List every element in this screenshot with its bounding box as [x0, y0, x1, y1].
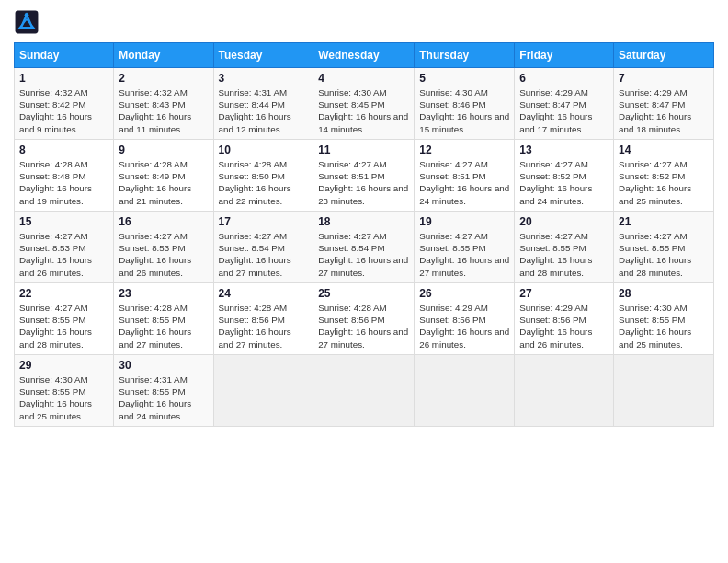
day-info: Sunrise: 4:27 AMSunset: 8:54 PMDaylight:…: [219, 231, 291, 278]
day-number: 1: [19, 72, 108, 85]
col-header-sunday: Sunday: [15, 43, 114, 68]
day-info: Sunrise: 4:27 AMSunset: 8:55 PMDaylight:…: [619, 231, 691, 278]
day-info: Sunrise: 4:27 AMSunset: 8:52 PMDaylight:…: [519, 159, 592, 206]
day-info: Sunrise: 4:28 AMSunset: 8:56 PMDaylight:…: [219, 303, 291, 350]
day-info: Sunrise: 4:32 AMSunset: 8:42 PMDaylight:…: [19, 87, 92, 134]
day-number: 14: [619, 144, 709, 156]
svg-point-3: [25, 13, 29, 17]
day-info: Sunrise: 4:27 AMSunset: 8:54 PMDaylight:…: [318, 231, 408, 278]
day-cell: 2 Sunrise: 4:32 AMSunset: 8:43 PMDayligh…: [114, 68, 213, 140]
col-header-monday: Monday: [114, 43, 213, 68]
day-cell: 18 Sunrise: 4:27 AMSunset: 8:54 PMDaylig…: [313, 212, 415, 283]
day-number: 30: [119, 359, 208, 372]
day-number: 26: [419, 287, 509, 300]
day-cell: 12 Sunrise: 4:27 AMSunset: 8:51 PMDaylig…: [415, 140, 515, 212]
day-info: Sunrise: 4:31 AMSunset: 8:44 PMDaylight:…: [219, 87, 291, 134]
day-cell: 29 Sunrise: 4:30 AMSunset: 8:55 PMDaylig…: [15, 355, 114, 427]
day-info: Sunrise: 4:28 AMSunset: 8:49 PMDaylight:…: [119, 159, 191, 206]
day-info: Sunrise: 4:32 AMSunset: 8:43 PMDaylight:…: [119, 87, 191, 134]
day-info: Sunrise: 4:27 AMSunset: 8:55 PMDaylight:…: [19, 303, 92, 350]
day-number: 3: [219, 72, 309, 85]
day-info: Sunrise: 4:29 AMSunset: 8:47 PMDaylight:…: [519, 87, 592, 134]
col-header-tuesday: Tuesday: [213, 43, 313, 68]
day-cell: 13 Sunrise: 4:27 AMSunset: 8:52 PMDaylig…: [515, 140, 614, 212]
day-cell: 8 Sunrise: 4:28 AMSunset: 8:48 PMDayligh…: [15, 140, 114, 212]
day-number: 29: [19, 359, 108, 372]
day-info: Sunrise: 4:27 AMSunset: 8:55 PMDaylight:…: [419, 231, 509, 278]
col-header-saturday: Saturday: [614, 43, 714, 68]
day-number: 13: [519, 144, 609, 156]
header: [14, 9, 714, 35]
day-number: 22: [19, 287, 108, 300]
day-info: Sunrise: 4:28 AMSunset: 8:56 PMDaylight:…: [318, 303, 408, 350]
day-number: 2: [119, 72, 208, 85]
day-cell: 20 Sunrise: 4:27 AMSunset: 8:55 PMDaylig…: [515, 212, 614, 283]
day-info: Sunrise: 4:27 AMSunset: 8:51 PMDaylight:…: [318, 159, 408, 206]
day-number: 28: [619, 287, 709, 300]
calendar-table: SundayMondayTuesdayWednesdayThursdayFrid…: [14, 42, 714, 427]
day-cell: 24 Sunrise: 4:28 AMSunset: 8:56 PMDaylig…: [213, 283, 313, 355]
day-info: Sunrise: 4:30 AMSunset: 8:55 PMDaylight:…: [19, 374, 92, 421]
day-cell: [614, 355, 714, 427]
day-cell: 9 Sunrise: 4:28 AMSunset: 8:49 PMDayligh…: [114, 140, 213, 212]
week-row-1: 1 Sunrise: 4:32 AMSunset: 8:42 PMDayligh…: [15, 68, 714, 140]
day-number: 20: [519, 215, 609, 228]
day-number: 7: [619, 72, 709, 85]
day-cell: [515, 355, 614, 427]
day-cell: 27 Sunrise: 4:29 AMSunset: 8:56 PMDaylig…: [515, 283, 614, 355]
day-number: 15: [19, 215, 108, 228]
day-number: 8: [19, 144, 108, 156]
day-cell: 4 Sunrise: 4:30 AMSunset: 8:45 PMDayligh…: [313, 68, 415, 140]
day-number: 11: [318, 144, 409, 156]
day-cell: 19 Sunrise: 4:27 AMSunset: 8:55 PMDaylig…: [415, 212, 515, 283]
day-info: Sunrise: 4:29 AMSunset: 8:47 PMDaylight:…: [619, 87, 691, 134]
day-number: 18: [318, 215, 409, 228]
day-info: Sunrise: 4:28 AMSunset: 8:50 PMDaylight:…: [219, 159, 291, 206]
day-cell: 7 Sunrise: 4:29 AMSunset: 8:47 PMDayligh…: [614, 68, 714, 140]
page: SundayMondayTuesdayWednesdayThursdayFrid…: [0, 0, 728, 563]
day-number: 12: [419, 144, 509, 156]
day-cell: 23 Sunrise: 4:28 AMSunset: 8:55 PMDaylig…: [114, 283, 213, 355]
col-header-wednesday: Wednesday: [313, 43, 415, 68]
day-info: Sunrise: 4:29 AMSunset: 8:56 PMDaylight:…: [519, 303, 592, 350]
day-cell: 21 Sunrise: 4:27 AMSunset: 8:55 PMDaylig…: [614, 212, 714, 283]
day-number: 5: [419, 72, 509, 85]
day-cell: 17 Sunrise: 4:27 AMSunset: 8:54 PMDaylig…: [213, 212, 313, 283]
day-cell: 5 Sunrise: 4:30 AMSunset: 8:46 PMDayligh…: [415, 68, 515, 140]
day-cell: 3 Sunrise: 4:31 AMSunset: 8:44 PMDayligh…: [213, 68, 313, 140]
week-row-5: 29 Sunrise: 4:30 AMSunset: 8:55 PMDaylig…: [15, 355, 714, 427]
day-cell: 26 Sunrise: 4:29 AMSunset: 8:56 PMDaylig…: [415, 283, 515, 355]
day-cell: [313, 355, 415, 427]
day-number: 25: [318, 287, 409, 300]
day-number: 24: [219, 287, 309, 300]
day-number: 19: [419, 215, 509, 228]
logo: [14, 9, 43, 35]
day-number: 27: [519, 287, 609, 300]
day-cell: 16 Sunrise: 4:27 AMSunset: 8:53 PMDaylig…: [114, 212, 213, 283]
day-info: Sunrise: 4:28 AMSunset: 8:55 PMDaylight:…: [119, 303, 191, 350]
day-info: Sunrise: 4:30 AMSunset: 8:45 PMDaylight:…: [318, 87, 408, 134]
day-cell: 28 Sunrise: 4:30 AMSunset: 8:55 PMDaylig…: [614, 283, 714, 355]
col-header-thursday: Thursday: [415, 43, 515, 68]
day-number: 23: [119, 287, 208, 300]
day-info: Sunrise: 4:27 AMSunset: 8:51 PMDaylight:…: [419, 159, 509, 206]
week-row-4: 22 Sunrise: 4:27 AMSunset: 8:55 PMDaylig…: [15, 283, 714, 355]
day-info: Sunrise: 4:30 AMSunset: 8:55 PMDaylight:…: [619, 303, 691, 350]
day-info: Sunrise: 4:29 AMSunset: 8:56 PMDaylight:…: [419, 303, 509, 350]
day-cell: 15 Sunrise: 4:27 AMSunset: 8:53 PMDaylig…: [15, 212, 114, 283]
day-info: Sunrise: 4:27 AMSunset: 8:55 PMDaylight:…: [519, 231, 592, 278]
day-cell: [213, 355, 313, 427]
day-number: 21: [619, 215, 709, 228]
day-cell: 11 Sunrise: 4:27 AMSunset: 8:51 PMDaylig…: [313, 140, 415, 212]
day-number: 9: [119, 144, 208, 156]
day-cell: 14 Sunrise: 4:27 AMSunset: 8:52 PMDaylig…: [614, 140, 714, 212]
day-cell: [415, 355, 515, 427]
week-row-3: 15 Sunrise: 4:27 AMSunset: 8:53 PMDaylig…: [15, 212, 714, 283]
day-info: Sunrise: 4:30 AMSunset: 8:46 PMDaylight:…: [419, 87, 509, 134]
day-cell: 10 Sunrise: 4:28 AMSunset: 8:50 PMDaylig…: [213, 140, 313, 212]
day-info: Sunrise: 4:28 AMSunset: 8:48 PMDaylight:…: [19, 159, 92, 206]
day-number: 10: [219, 144, 309, 156]
day-info: Sunrise: 4:27 AMSunset: 8:53 PMDaylight:…: [19, 231, 92, 278]
logo-icon: [14, 9, 40, 35]
day-number: 4: [318, 72, 409, 85]
